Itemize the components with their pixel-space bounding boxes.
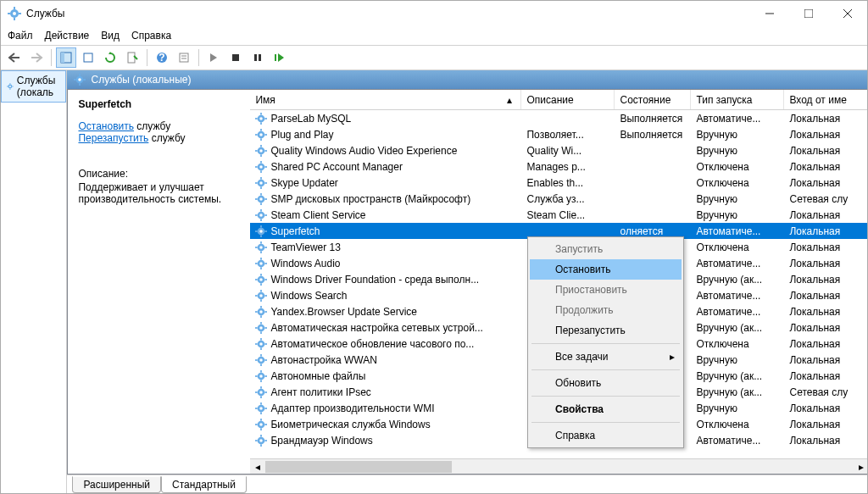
gear-icon (74, 74, 86, 86)
svg-rect-7 (804, 9, 813, 18)
table-row[interactable]: Shared PC Account ManagerManages p...Отк… (250, 158, 868, 175)
context-menu-item[interactable]: Свойства (530, 399, 682, 419)
gear-icon (255, 177, 267, 189)
svg-rect-16 (180, 53, 188, 62)
gear-icon (255, 258, 267, 269)
stop-service-link[interactable]: Остановить (78, 120, 134, 132)
context-menu-item[interactable]: Все задачи▸ (530, 347, 682, 367)
svg-rect-12 (84, 53, 92, 62)
scroll-left-icon[interactable]: ◂ (250, 459, 265, 474)
toolbar-pause[interactable] (248, 47, 268, 68)
gear-icon (255, 161, 267, 173)
gear-icon (255, 145, 267, 157)
tab-extended[interactable]: Расширенный (72, 476, 161, 493)
table-row[interactable]: Steam Client ServiceSteam Clie...Вручную… (250, 207, 868, 223)
tab-standard[interactable]: Стандартный (161, 476, 247, 493)
bottom-tabs: Расширенный Стандартный (67, 475, 868, 493)
context-menu-item: Запустить (530, 239, 682, 259)
context-menu-item[interactable]: Обновить (530, 373, 682, 393)
svg-rect-13 (128, 53, 135, 63)
col-state[interactable]: Состояние (615, 90, 691, 109)
forward-button[interactable] (26, 47, 47, 68)
gear-icon (255, 274, 267, 286)
context-menu: ЗапуститьОстановитьПриостановитьПродолжи… (527, 236, 684, 448)
gear-icon (255, 290, 267, 302)
col-description[interactable]: Описание (521, 90, 615, 109)
selected-service-name: Superfetch (78, 98, 240, 110)
description-text: Поддерживает и улучшает производительнос… (78, 181, 240, 205)
table-row[interactable]: SMP дисковых пространств (Майкрософт)Слу… (250, 191, 868, 207)
gear-icon (255, 193, 267, 205)
context-menu-item[interactable]: Справка (530, 425, 682, 446)
horizontal-scrollbar[interactable]: ◂ ▸ (250, 458, 868, 474)
scroll-right-icon[interactable]: ▸ (854, 459, 868, 474)
toolbar-properties[interactable] (174, 47, 194, 68)
gear-icon (255, 306, 267, 318)
nav-pane: Службы (локаль (1, 70, 67, 493)
menu-action[interactable]: Действие (45, 30, 90, 42)
close-button[interactable] (828, 1, 867, 26)
nav-services-local[interactable]: Службы (локаль (1, 70, 66, 103)
col-name[interactable]: Имя▴ (250, 90, 521, 109)
toolbar-export[interactable] (78, 47, 98, 68)
svg-rect-11 (61, 53, 64, 63)
context-menu-item[interactable]: Остановить (530, 259, 682, 280)
gear-icon (7, 80, 14, 92)
toolbar-stop[interactable] (225, 47, 246, 68)
context-menu-item[interactable]: Перезапустить (530, 320, 682, 341)
submenu-arrow-icon: ▸ (670, 351, 675, 363)
toolbar-start[interactable] (203, 47, 224, 68)
gear-icon (255, 386, 267, 398)
table-row[interactable]: ParseLab MySQLВыполняетсяАвтоматиче...Ло… (250, 110, 868, 126)
gear-icon (255, 338, 267, 350)
content-header: Службы (локальные) (67, 70, 868, 89)
menu-file[interactable]: Файл (8, 30, 33, 42)
svg-text:?: ? (159, 52, 164, 64)
minimize-button[interactable] (750, 1, 789, 26)
svg-rect-20 (254, 54, 257, 61)
table-row[interactable]: Plug and PlayПозволяет...ВыполняетсяВруч… (250, 126, 868, 142)
context-menu-separator (531, 422, 680, 423)
context-menu-separator (531, 396, 680, 397)
gear-icon (255, 322, 267, 334)
table-row[interactable]: Skype UpdaterEnables th...ОтключенаЛокал… (250, 175, 868, 191)
gear-icon (255, 241, 267, 253)
toolbar-restart[interactable] (270, 47, 290, 68)
app-icon (8, 7, 21, 20)
back-button[interactable] (4, 47, 25, 68)
gear-icon (255, 435, 267, 447)
titlebar: Службы (1, 1, 867, 26)
toolbar-refresh[interactable] (100, 47, 120, 68)
svg-rect-21 (259, 54, 261, 61)
gear-icon (255, 354, 267, 366)
gear-icon (255, 129, 267, 141)
table-row[interactable]: Quality Windows Audio Video ExperienceQu… (250, 142, 868, 158)
svg-rect-19 (232, 54, 239, 61)
gear-icon (255, 113, 267, 125)
toolbar-export-list[interactable] (122, 47, 142, 68)
sort-asc-icon: ▴ (507, 94, 512, 106)
gear-icon (255, 370, 267, 382)
context-menu-separator (531, 343, 680, 344)
gear-icon (255, 419, 267, 430)
col-startup[interactable]: Тип запуска (691, 90, 784, 109)
details-pane: Superfetch Остановить службу Перезапусти… (68, 90, 250, 474)
context-menu-item: Приостановить (530, 280, 682, 300)
context-menu-separator (531, 369, 680, 370)
col-logon[interactable]: Вход от име (784, 90, 868, 109)
toolbar: ? (1, 45, 867, 70)
gear-icon (255, 402, 267, 414)
menubar: Файл Действие Вид Справка (1, 26, 867, 45)
scrollbar-thumb[interactable] (265, 461, 452, 473)
gear-icon (255, 225, 267, 237)
gear-icon (255, 209, 267, 221)
menu-view[interactable]: Вид (101, 30, 120, 42)
toolbar-show-hide[interactable] (56, 47, 76, 68)
restart-service-link[interactable]: Перезапустить (78, 132, 148, 144)
maximize-button[interactable] (789, 1, 828, 26)
menu-help[interactable]: Справка (131, 30, 171, 42)
description-label: Описание: (78, 168, 240, 180)
toolbar-help[interactable]: ? (152, 47, 172, 68)
svg-rect-22 (275, 54, 276, 61)
context-menu-item: Продолжить (530, 300, 682, 320)
